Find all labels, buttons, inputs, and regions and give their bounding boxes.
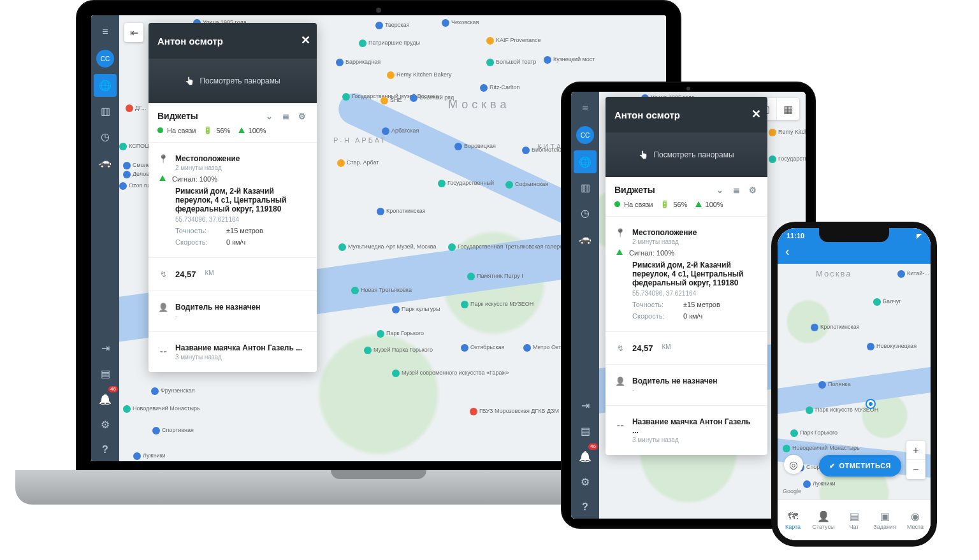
user-avatar[interactable]: CC xyxy=(576,126,594,144)
beacon-title: Название маячка Антон Газель ... xyxy=(175,343,302,352)
sidebar-item-messages[interactable] xyxy=(574,419,597,442)
poi: Лужники xyxy=(803,480,836,488)
tab-map[interactable]: Карта xyxy=(778,500,808,540)
poi: Фрунзенская xyxy=(151,387,195,395)
poi: Памятник Петру I xyxy=(467,273,523,280)
sidebar-item-fleet[interactable] xyxy=(574,227,597,250)
beacon-updated: 3 минуты назад xyxy=(175,354,302,361)
poi: Новодевичий Монастырь xyxy=(783,445,860,452)
user-location-dot xyxy=(867,400,874,408)
app-sidebar: CC xyxy=(91,15,119,461)
poi: Парк Горького xyxy=(790,429,838,437)
map-icon xyxy=(788,511,798,522)
tracker-panel: Антон осмотр ✕ Посмотреть панорамы Видже… xyxy=(606,97,767,455)
status-nav-icon: ◤ xyxy=(917,232,922,240)
sidebar-item-settings[interactable] xyxy=(574,470,597,493)
gear-icon[interactable] xyxy=(296,111,308,121)
poi: Баррикадная xyxy=(336,59,381,66)
sidebar-item-reports[interactable] xyxy=(574,176,597,199)
google-attribution: Google xyxy=(783,488,801,494)
sidebar-item-fleet[interactable] xyxy=(94,150,117,173)
panorama-button[interactable]: Посмотреть панорамы xyxy=(149,59,317,103)
poi: Арбатская xyxy=(382,127,419,135)
phone-device: Москва Китай-... Балчуг Кропоткинская Но… xyxy=(771,222,937,547)
poi: SHE xyxy=(381,97,402,104)
odometer-value: 24,57 xyxy=(175,269,196,279)
sidebar-item-logout[interactable] xyxy=(94,336,117,359)
places-icon xyxy=(911,510,920,522)
sidebar-item-history[interactable] xyxy=(94,125,117,148)
sidebar-item-alerts[interactable] xyxy=(94,387,117,410)
zoom-out-button[interactable]: − xyxy=(906,460,925,479)
back-icon[interactable]: ‹ xyxy=(785,244,790,259)
poi: Мультимедиа Арт Музей, Москва xyxy=(338,243,436,251)
tracker-title: Антон осмотр xyxy=(157,36,223,47)
sidebar-item-settings[interactable] xyxy=(94,413,117,436)
poi: Государственная Третьяковская галерея xyxy=(448,243,566,251)
checkin-button[interactable]: ОТМЕТИТЬСЯ xyxy=(819,455,901,477)
sidebar-item-logout[interactable] xyxy=(574,394,597,417)
sidebar-item-map[interactable] xyxy=(574,150,597,173)
route-icon xyxy=(157,269,169,279)
status-icon xyxy=(817,510,830,522)
poi: Музей современного искусства «Гараж» xyxy=(392,370,509,377)
location-updated: 2 минуты назад xyxy=(175,164,240,171)
laptop-notch xyxy=(331,470,426,479)
sidebar-item-alerts[interactable] xyxy=(574,445,597,468)
poi: Тверская xyxy=(375,22,409,29)
sidebar-item-map[interactable] xyxy=(94,74,117,97)
driver-label: Водитель не назначен xyxy=(175,303,261,312)
poi: Новодевичий Монастырь xyxy=(123,405,200,413)
tab-status[interactable]: Статусы xyxy=(808,500,839,540)
poi: Метро Окт... xyxy=(523,344,565,352)
poi: Парк культуры xyxy=(392,306,440,313)
sidebar-item-messages[interactable] xyxy=(94,362,117,385)
poi: Охотный ряд xyxy=(410,94,454,102)
locate-button[interactable]: ◎ xyxy=(784,455,803,474)
app-sidebar: CC xyxy=(571,92,599,519)
user-avatar[interactable]: CC xyxy=(96,50,114,68)
map-layers-icon[interactable] xyxy=(776,98,799,120)
panel-header: Антон осмотр ✕ xyxy=(149,23,317,59)
close-icon[interactable]: ✕ xyxy=(301,33,310,47)
poi: Боровицкая xyxy=(454,143,496,150)
poi: Полянка xyxy=(818,381,851,389)
menu-toggle-icon[interactable] xyxy=(94,20,117,43)
menu-toggle-icon[interactable] xyxy=(574,97,597,120)
coords-text: 55.734096, 37.621164 xyxy=(175,216,308,223)
signal-icon xyxy=(238,127,245,133)
zoom-in-button[interactable]: + xyxy=(906,441,925,460)
sidebar-collapse-button[interactable] xyxy=(124,23,143,42)
status-row: На связи 🔋56% 100% xyxy=(157,126,308,134)
close-icon[interactable]: ✕ xyxy=(751,107,761,121)
chevron-down-icon[interactable] xyxy=(263,111,275,121)
tab-tasks[interactable]: Задания xyxy=(869,500,900,540)
chat-icon xyxy=(850,510,859,522)
sidebar-item-help[interactable] xyxy=(574,496,597,519)
district-arbat: Р-Н АРБАТ xyxy=(333,136,387,144)
poi: Новая Третьяковка xyxy=(351,287,412,294)
panorama-button[interactable]: Посмотреть панорамы xyxy=(606,133,767,177)
poi: Спортивная xyxy=(152,427,194,434)
poi: ДГ... xyxy=(126,104,146,112)
tab-places[interactable]: Места xyxy=(900,500,931,540)
chevron-down-icon[interactable] xyxy=(714,185,725,195)
poi: Большой театр xyxy=(486,59,536,66)
poi: Remy Kitchen Bakery xyxy=(387,71,452,79)
poi: Софьинская xyxy=(505,181,548,189)
gear-icon[interactable] xyxy=(747,185,758,195)
list-icon[interactable] xyxy=(730,185,742,195)
tab-chat[interactable]: Чат xyxy=(839,500,869,540)
pin-icon xyxy=(614,228,626,245)
sidebar-item-help[interactable] xyxy=(94,438,117,461)
phone-notch xyxy=(819,228,889,242)
sidebar-item-history[interactable] xyxy=(574,201,597,224)
tasks-icon xyxy=(880,510,890,522)
poi: Патриаршие пруды xyxy=(359,39,420,47)
bell-icon xyxy=(157,343,169,361)
poi: Октябрьская xyxy=(461,344,504,352)
list-icon[interactable] xyxy=(280,111,291,121)
sidebar-item-reports[interactable] xyxy=(94,99,117,122)
tracker-panel: Антон осмотр ✕ Посмотреть панорамы Видже… xyxy=(149,23,317,372)
address-text: Римский дом, 2-й Казачий переулок, 4 с1,… xyxy=(175,187,308,213)
